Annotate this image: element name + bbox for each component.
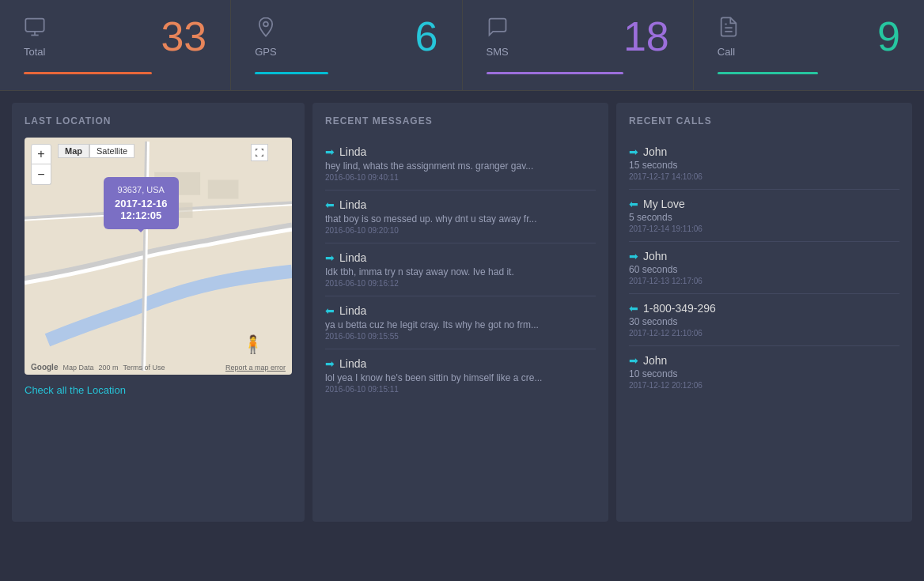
message-item: ➡ Linda Idk tbh, imma try n stay away no… xyxy=(325,243,596,296)
message-time: 2016-06-10 09:16:12 xyxy=(325,279,596,288)
map-data-label: Map Data xyxy=(62,364,93,372)
message-preview: hey lind, whats the assignment ms. grang… xyxy=(325,160,596,172)
call-duration: 10 seconds xyxy=(629,368,899,379)
stat-value-call: 9 xyxy=(877,16,900,57)
map-expand-button[interactable] xyxy=(251,144,268,161)
message-time: 2016-06-10 09:15:11 xyxy=(325,385,596,394)
incoming-call-arrow-icon: ⬅ xyxy=(629,302,638,315)
stats-bar: Total 33 GPS 6 SMS 18 xyxy=(0,0,924,91)
last-location-title: LAST LOCATION xyxy=(25,115,292,126)
message-time: 2016-06-10 09:40:11 xyxy=(325,173,596,182)
stat-card-call: Call 9 xyxy=(694,0,924,90)
contact-name: Linda xyxy=(339,251,366,264)
call-contact[interactable]: ⬅ 1-800-349-296 xyxy=(629,302,899,315)
call-item: ➡ John 60 seconds 2017-12-13 12:17:06 xyxy=(629,242,899,294)
call-duration: 60 seconds xyxy=(629,264,899,275)
message-item: ➡ Linda lol yea I know he's been sittin … xyxy=(325,349,596,402)
call-contact[interactable]: ➡ John xyxy=(629,145,899,158)
call-contact[interactable]: ➡ John xyxy=(629,354,899,367)
check-location-link[interactable]: Check all the Location xyxy=(25,384,292,396)
message-contact[interactable]: ⬅ Linda xyxy=(325,198,596,211)
main-content: LAST LOCATION + xyxy=(0,91,924,534)
message-preview: ya u betta cuz he legit cray. Its why he… xyxy=(325,319,596,330)
incoming-arrow-icon: ⬅ xyxy=(325,304,335,317)
call-contact[interactable]: ⬅ My Love xyxy=(629,198,899,210)
svg-rect-0 xyxy=(25,19,44,32)
outgoing-arrow-icon: ➡ xyxy=(325,251,335,264)
message-preview: Idk tbh, imma try n stay away now. Ive h… xyxy=(325,266,596,277)
recent-calls-title: RECENT CALLS xyxy=(629,115,899,126)
incoming-arrow-icon: ⬅ xyxy=(325,198,335,211)
message-contact[interactable]: ➡ Linda xyxy=(325,145,596,158)
call-contact[interactable]: ➡ John xyxy=(629,250,899,262)
last-location-panel: LAST LOCATION + xyxy=(12,103,305,522)
map-footer: Google Map Data 200 m Terms of Use xyxy=(31,363,165,372)
stat-label-gps: GPS xyxy=(255,46,437,58)
map-zoom-in-button[interactable]: + xyxy=(31,144,51,164)
stat-value-total: 33 xyxy=(161,16,206,57)
call-time: 2017-12-12 21:10:06 xyxy=(629,329,899,338)
contact-name: Linda xyxy=(339,357,366,370)
message-item: ⬅ Linda that boy is so messed up. why dn… xyxy=(325,191,596,243)
map-tooltip-address: 93637, USA xyxy=(115,185,168,194)
map-type-controls: Map Satellite xyxy=(58,144,134,158)
message-contact[interactable]: ➡ Linda xyxy=(325,251,596,264)
map-scale-label: 200 m xyxy=(98,364,118,372)
stat-bar-total xyxy=(24,72,152,74)
svg-rect-12 xyxy=(208,179,239,198)
stat-card-sms: SMS 18 xyxy=(463,0,694,90)
call-item: ➡ John 10 seconds 2017-12-12 20:12:06 xyxy=(629,346,899,398)
call-duration: 5 seconds xyxy=(629,212,899,223)
call-contact-name: John xyxy=(643,145,667,158)
map-person-icon: 🧍 xyxy=(242,334,263,355)
call-duration: 30 seconds xyxy=(629,316,899,327)
call-contact-name: John xyxy=(643,250,667,262)
gps-icon xyxy=(255,16,437,43)
message-contact[interactable]: ➡ Linda xyxy=(325,357,596,370)
outgoing-call-arrow-icon: ➡ xyxy=(629,250,638,262)
map-tooltip: 93637, USA 2017-12-16 12:12:05 xyxy=(104,177,179,229)
call-duration: 15 seconds xyxy=(629,160,899,171)
stat-value-gps: 6 xyxy=(415,16,438,57)
call-contact-name: John xyxy=(643,354,667,367)
message-item: ➡ Linda hey lind, whats the assignment m… xyxy=(325,138,596,191)
stat-value-sms: 18 xyxy=(623,16,669,57)
recent-messages-panel: RECENT MESSAGES ➡ Linda hey lind, whats … xyxy=(312,103,608,522)
recent-messages-title: RECENT MESSAGES xyxy=(325,115,596,126)
map-type-map-button[interactable]: Map xyxy=(58,144,89,158)
message-preview: lol yea I know he's been sittin by himse… xyxy=(325,372,596,383)
stat-label-call: Call xyxy=(718,46,900,58)
contact-name: Linda xyxy=(339,198,366,211)
call-contact-name: My Love xyxy=(643,198,685,210)
call-contact-name: 1-800-349-296 xyxy=(643,302,716,315)
incoming-call-arrow-icon: ⬅ xyxy=(629,198,638,210)
map-type-satellite-button[interactable]: Satellite xyxy=(89,144,134,158)
call-item: ⬅ My Love 5 seconds 2017-12-14 19:11:06 xyxy=(629,190,899,242)
call-icon xyxy=(718,16,900,43)
contact-name: Linda xyxy=(339,145,366,158)
map-report-link[interactable]: Report a map error xyxy=(225,364,286,372)
outgoing-arrow-icon: ➡ xyxy=(325,357,335,370)
call-time: 2017-12-12 20:12:06 xyxy=(629,381,899,390)
message-item: ⬅ Linda ya u betta cuz he legit cray. It… xyxy=(325,296,596,349)
call-item: ⬅ 1-800-349-296 30 seconds 2017-12-12 21… xyxy=(629,294,899,346)
call-time: 2017-12-13 12:17:06 xyxy=(629,277,899,285)
outgoing-call-arrow-icon: ➡ xyxy=(629,354,638,367)
map-zoom-out-button[interactable]: − xyxy=(31,164,51,185)
outgoing-call-arrow-icon: ➡ xyxy=(629,145,638,158)
recent-calls-panel: RECENT CALLS ➡ John 15 seconds 2017-12-1… xyxy=(616,103,912,522)
message-contact[interactable]: ⬅ Linda xyxy=(325,304,596,317)
svg-point-3 xyxy=(263,22,268,27)
map-terms-label: Terms of Use xyxy=(123,364,165,372)
map-container: + − Map Satellite 93637, USA 2017-12-16 … xyxy=(25,138,292,375)
stat-bar-call xyxy=(718,72,818,74)
call-time: 2017-12-17 14:10:06 xyxy=(629,172,899,181)
stat-bar-gps xyxy=(255,72,328,74)
calls-list: ➡ John 15 seconds 2017-12-17 14:10:06 ⬅ … xyxy=(629,138,899,398)
messages-list: ➡ Linda hey lind, whats the assignment m… xyxy=(325,138,596,402)
stat-card-total: Total 33 xyxy=(0,0,231,90)
stat-card-gps: GPS 6 xyxy=(231,0,462,90)
google-logo: Google xyxy=(31,363,58,372)
map-tooltip-date: 2017-12-16 xyxy=(115,198,168,209)
message-preview: that boy is so messed up. why dnt u stay… xyxy=(325,213,596,224)
